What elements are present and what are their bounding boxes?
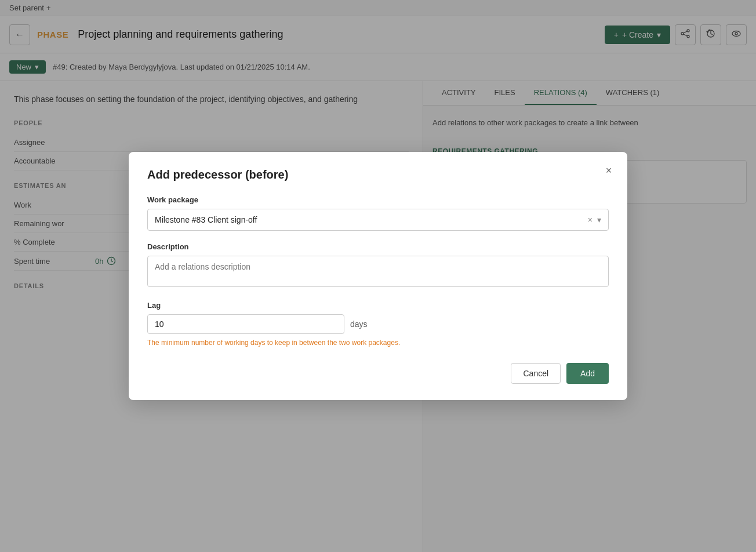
lag-unit: days: [350, 319, 368, 329]
work-package-label: Work package: [147, 195, 609, 204]
modal-actions: Cancel Add: [147, 363, 609, 384]
description-textarea[interactable]: [147, 256, 609, 287]
lag-hint: The minimum number of working days to ke…: [147, 339, 609, 347]
clear-icon[interactable]: ×: [588, 215, 593, 224]
lag-input[interactable]: [147, 314, 344, 334]
modal-close-button[interactable]: ×: [601, 162, 617, 179]
modal-select-icons: × ▾: [588, 215, 601, 224]
lag-row: days: [147, 314, 609, 334]
chevron-down-icon: ▾: [597, 215, 601, 224]
work-package-selected-value: Milestone #83 Client sign-off: [155, 215, 257, 224]
modal-title: Add predecessor (before): [147, 168, 609, 181]
modal-overlay: × Add predecessor (before) Work package …: [0, 0, 756, 552]
add-predecessor-modal: × Add predecessor (before) Work package …: [129, 152, 627, 400]
lag-label: Lag: [147, 301, 609, 310]
description-label: Description: [147, 242, 609, 251]
work-package-select[interactable]: Milestone #83 Client sign-off × ▾: [147, 209, 609, 231]
close-icon: ×: [606, 165, 612, 177]
add-button[interactable]: Add: [566, 363, 609, 384]
cancel-button[interactable]: Cancel: [511, 363, 561, 384]
